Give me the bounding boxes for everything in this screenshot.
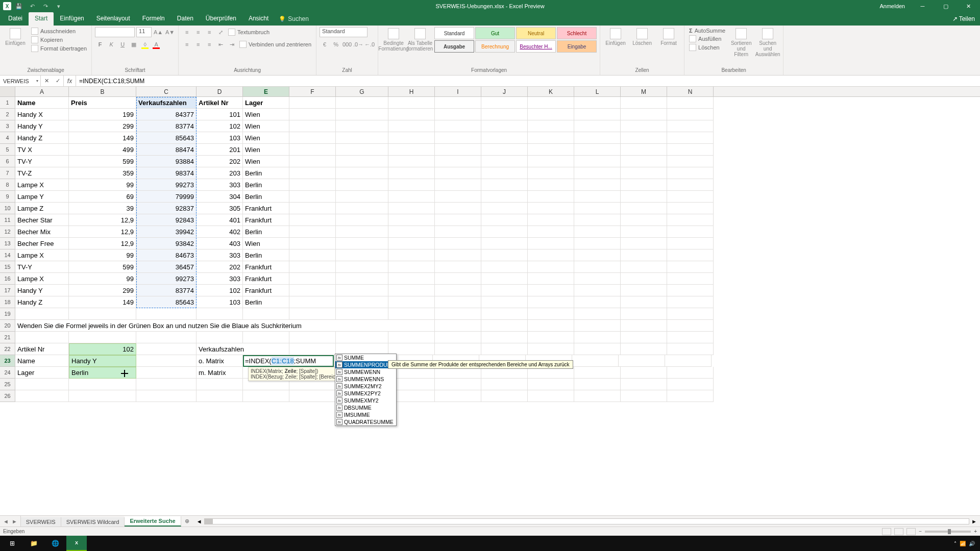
cell[interactable] xyxy=(435,273,481,285)
cell[interactable]: Lampe X xyxy=(15,249,69,261)
taskbar-edge-icon[interactable]: 🌐 xyxy=(45,536,65,551)
cell[interactable]: 12,9 xyxy=(69,214,136,226)
cell[interactable] xyxy=(435,120,481,132)
cell[interactable] xyxy=(667,308,714,320)
cell[interactable] xyxy=(481,109,528,120)
cut-button[interactable]: Ausschneiden xyxy=(30,27,88,35)
cell[interactable]: 98374 xyxy=(136,167,197,179)
cell[interactable] xyxy=(435,332,481,343)
cell[interactable] xyxy=(289,120,336,132)
cell[interactable] xyxy=(481,203,528,214)
cell[interactable] xyxy=(574,285,621,296)
cell[interactable]: Artikel Nr xyxy=(15,343,69,355)
column-header-N[interactable]: N xyxy=(667,87,714,96)
cell[interactable] xyxy=(336,308,388,320)
row-header-15[interactable]: 15 xyxy=(0,261,15,273)
cell[interactable] xyxy=(621,156,667,167)
orientation-button[interactable]: ⤢ xyxy=(215,27,226,37)
worksheet-grid[interactable]: ABCDEFGHIJKLMN 1234567891011121314151617… xyxy=(0,87,980,515)
start-button[interactable]: ⊞ xyxy=(2,536,22,551)
row-header-10[interactable]: 10 xyxy=(0,203,15,214)
cell[interactable] xyxy=(136,343,197,355)
sheet-nav-prev-icon[interactable]: ◄ xyxy=(3,518,9,524)
cell[interactable] xyxy=(667,203,714,214)
cell[interactable] xyxy=(388,273,435,285)
cell[interactable]: 99 xyxy=(69,273,136,285)
name-box[interactable]: VERWEIS xyxy=(0,76,41,86)
cell[interactable] xyxy=(481,179,528,191)
row-header-21[interactable]: 21 xyxy=(0,332,15,343)
cell[interactable] xyxy=(336,332,388,343)
align-left-button[interactable]: ≡ xyxy=(182,39,192,49)
scroll-left-icon[interactable]: ◄ xyxy=(197,518,202,524)
cell[interactable] xyxy=(574,343,621,355)
cell[interactable] xyxy=(621,203,667,214)
cell[interactable] xyxy=(435,308,481,320)
clear-button[interactable]: Löschen xyxy=(688,43,727,52)
cell[interactable]: Becher Mix xyxy=(15,226,69,238)
align-right-button[interactable]: ≡ xyxy=(204,39,214,49)
cell[interactable] xyxy=(528,179,574,191)
sheet-tab[interactable]: SVERWEIS Wildcard xyxy=(61,517,125,527)
border-button[interactable]: ▦ xyxy=(129,39,139,49)
cell[interactable] xyxy=(621,379,667,390)
cell[interactable] xyxy=(388,167,435,179)
cell[interactable] xyxy=(435,144,481,156)
column-header-I[interactable]: I xyxy=(435,87,481,96)
cell[interactable] xyxy=(574,238,621,249)
cell[interactable]: 36457 xyxy=(136,261,197,273)
horizontal-scrollbar[interactable]: ◄ ► xyxy=(193,516,980,527)
cell[interactable] xyxy=(621,226,667,238)
cell[interactable]: 401 xyxy=(197,214,243,226)
cell[interactable] xyxy=(69,332,136,343)
cell[interactable] xyxy=(289,343,336,355)
cell[interactable] xyxy=(528,390,574,402)
taskbar-excel-icon[interactable]: X xyxy=(66,536,87,551)
cell[interactable]: TV-Y xyxy=(15,261,69,273)
cell[interactable]: 83774 xyxy=(136,285,197,296)
cell[interactable] xyxy=(388,332,435,343)
column-header-B[interactable]: B xyxy=(69,87,136,96)
cell[interactable]: Handy Z xyxy=(15,296,69,308)
cell[interactable] xyxy=(289,203,336,214)
cell[interactable]: m. Matrix xyxy=(197,367,243,379)
row-header-19[interactable]: 19 xyxy=(0,308,15,320)
cell[interactable]: 12,9 xyxy=(69,238,136,249)
cell[interactable] xyxy=(435,320,481,332)
qat-save-icon[interactable]: 💾 xyxy=(13,1,24,12)
cell[interactable]: Frankfurt xyxy=(243,273,289,285)
cell[interactable] xyxy=(481,167,528,179)
font-size-combo[interactable]: 11 xyxy=(136,27,152,37)
cell[interactable] xyxy=(289,249,336,261)
cell[interactable] xyxy=(621,332,667,343)
cell[interactable] xyxy=(528,144,574,156)
cell[interactable] xyxy=(667,156,714,167)
cell[interactable] xyxy=(528,332,574,343)
cell[interactable]: 93842 xyxy=(136,238,197,249)
style-standard[interactable]: Standard xyxy=(434,27,474,39)
cell[interactable]: Lampe Z xyxy=(15,203,69,214)
add-sheet-button[interactable]: ⊕ xyxy=(181,516,193,527)
cell[interactable] xyxy=(197,390,243,402)
cell[interactable] xyxy=(621,144,667,156)
increase-indent-button[interactable]: ⇥ xyxy=(227,39,237,49)
cell[interactable] xyxy=(388,261,435,273)
cell[interactable]: Frankfurt xyxy=(243,285,289,296)
cell[interactable] xyxy=(481,120,528,132)
cell[interactable]: 99273 xyxy=(136,273,197,285)
cell[interactable]: Frankfurt xyxy=(243,261,289,273)
autosum-button[interactable]: ΣAutoSumme xyxy=(688,27,727,34)
cell[interactable] xyxy=(336,203,388,214)
cell[interactable] xyxy=(667,144,714,156)
cell[interactable] xyxy=(528,320,574,332)
cell[interactable]: Wien xyxy=(243,238,289,249)
view-normal-button[interactable] xyxy=(882,528,891,535)
cell[interactable]: Handy X xyxy=(15,109,69,120)
sort-filter-button[interactable]: Sortieren und Filtern xyxy=(729,27,753,58)
cell[interactable] xyxy=(528,132,574,144)
cell[interactable] xyxy=(435,285,481,296)
cell[interactable] xyxy=(574,332,621,343)
tab-file[interactable]: Datei xyxy=(2,12,29,26)
cell[interactable] xyxy=(621,249,667,261)
cell[interactable] xyxy=(621,390,667,402)
